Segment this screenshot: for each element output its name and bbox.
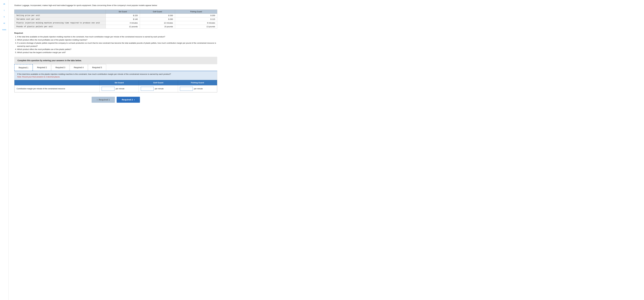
fishing-unit: per minute bbox=[194, 88, 203, 90]
row-ski-processing: 4 minutes bbox=[106, 21, 140, 25]
row-fishing-pellets: 13 pounds bbox=[175, 25, 217, 28]
page-wrapper: ok t k nt nces Outdoor Luggage, Incorpor… bbox=[0, 0, 644, 300]
fishing-input-cell: per minute bbox=[178, 85, 217, 92]
sidebar-item-k[interactable]: k bbox=[4, 16, 5, 18]
table-row-selling: Selling price per unit $ 220 $ 330 $ 200 bbox=[14, 14, 217, 17]
sidebar-item-t[interactable]: t bbox=[4, 9, 4, 11]
instruction-box: Complete this question by entering your … bbox=[14, 57, 217, 64]
instruction-text: Complete this question by entering your … bbox=[18, 59, 82, 62]
sidebar: ok t k nt nces bbox=[0, 0, 8, 300]
required-item-5: Which product has the largest contributi… bbox=[17, 51, 217, 54]
row-golf-pellets: 15 pounds bbox=[140, 25, 175, 28]
required-list: If the total time available on the plast… bbox=[14, 35, 217, 54]
ski-input-cell: per minute bbox=[100, 85, 139, 92]
next-chevron-icon: › bbox=[134, 98, 135, 101]
row-fishing-processing: 9 minutes bbox=[175, 21, 217, 25]
tab-required-1[interactable]: Required 1 bbox=[14, 64, 33, 71]
answer-header-golf: Golf Guard bbox=[139, 80, 178, 85]
row-golf-processing: 12 minutes bbox=[140, 21, 175, 25]
nav-buttons: ‹ Required 1 Required 2 › bbox=[14, 97, 217, 106]
answer-header-ski: Ski Guard bbox=[100, 80, 139, 85]
intro-text: Outdoor Luggage, Incorporated, makes hig… bbox=[14, 4, 217, 6]
sidebar-item-ok[interactable]: ok bbox=[3, 3, 5, 5]
row-fishing-selling: $ 200 bbox=[175, 14, 217, 17]
question-box: If the total time available on the plast… bbox=[14, 71, 217, 80]
row-label-pellets: Pounds of plastic pellets per unit bbox=[14, 25, 106, 28]
next-button[interactable]: Required 2 › bbox=[116, 97, 140, 103]
row-ski-pellets: 12 pounds bbox=[106, 25, 140, 28]
prev-button-label: Required 1 bbox=[98, 98, 110, 101]
row-golf-selling: $ 330 bbox=[140, 14, 175, 17]
required-item-4: Which product offers the most profitable… bbox=[17, 48, 217, 51]
golf-input-group: per minute bbox=[141, 87, 176, 91]
question-text: If the total time available on the plast… bbox=[17, 73, 214, 75]
table-header-empty bbox=[14, 10, 106, 14]
required-section: Required: If the total time available on… bbox=[14, 32, 217, 54]
row-golf-variable: $ 260 bbox=[140, 17, 175, 21]
note-text: Note: Round your final answers to 2 deci… bbox=[17, 76, 214, 78]
table-row-processing: Plastic injection molding machine proces… bbox=[14, 21, 217, 25]
data-table: Ski Guard Golf Guard Fishing Guard Selli… bbox=[14, 9, 217, 28]
ski-unit: per minute bbox=[116, 88, 124, 90]
required-item-1: If the total time available on the plast… bbox=[17, 35, 217, 38]
sidebar-item-nces[interactable]: nces bbox=[2, 28, 6, 31]
tab-required-5[interactable]: Required 5 bbox=[88, 64, 106, 71]
ski-answer-input[interactable] bbox=[102, 87, 114, 91]
main-content: Outdoor Luggage, Incorporated, makes hig… bbox=[8, 0, 223, 300]
next-button-label: Required 2 bbox=[122, 98, 133, 101]
table-header-ski: Ski Guard bbox=[106, 10, 140, 14]
fishing-answer-input[interactable] bbox=[180, 87, 193, 91]
tabs-row: Required 1 Required 2 Required 3 Require… bbox=[14, 64, 217, 71]
row-ski-selling: $ 220 bbox=[106, 14, 140, 17]
tab-required-4[interactable]: Required 4 bbox=[70, 64, 88, 71]
table-row-variable: Variable cost per unit $ 140 $ 260 $ 115 bbox=[14, 17, 217, 21]
row-label-variable: Variable cost per unit bbox=[14, 17, 106, 21]
golf-input-cell: per minute bbox=[139, 85, 178, 92]
row-label-selling: Selling price per unit bbox=[14, 14, 106, 17]
prev-chevron-icon: ‹ bbox=[97, 98, 98, 101]
golf-unit: per minute bbox=[155, 88, 164, 90]
answer-header-empty bbox=[14, 80, 100, 85]
row-label-processing: Plastic injection molding machine proces… bbox=[14, 21, 106, 25]
fishing-input-group: per minute bbox=[180, 87, 215, 91]
table-header-fishing: Fishing Guard bbox=[175, 10, 217, 14]
answer-row-label: Contribution margin per minute of the co… bbox=[14, 85, 100, 92]
sidebar-item-nt[interactable]: nt bbox=[4, 22, 5, 24]
tab-required-2[interactable]: Required 2 bbox=[33, 64, 51, 71]
tabs-container: Required 1 Required 2 Required 3 Require… bbox=[14, 64, 217, 92]
required-item-3: If a severe shortage of plastic pellets … bbox=[17, 41, 217, 48]
ski-input-group: per minute bbox=[102, 87, 137, 91]
golf-answer-input[interactable] bbox=[141, 87, 154, 91]
answer-row: Contribution margin per minute of the co… bbox=[14, 85, 217, 92]
answer-area: If the total time available on the plast… bbox=[14, 71, 217, 92]
required-label: Required: bbox=[14, 32, 217, 34]
table-header-golf: Golf Guard bbox=[140, 10, 175, 14]
answer-header-fishing: Fishing Guard bbox=[178, 80, 217, 85]
tab-required-3[interactable]: Required 3 bbox=[51, 64, 70, 71]
required-item-2: Which product offers the most profitable… bbox=[17, 38, 217, 41]
row-fishing-variable: $ 115 bbox=[175, 17, 217, 21]
row-ski-variable: $ 140 bbox=[106, 17, 140, 21]
table-row-pellets: Pounds of plastic pellets per unit 12 po… bbox=[14, 25, 217, 28]
answer-table: Ski Guard Golf Guard Fishing Guard Contr… bbox=[14, 80, 217, 92]
prev-button[interactable]: ‹ Required 1 bbox=[92, 97, 115, 103]
